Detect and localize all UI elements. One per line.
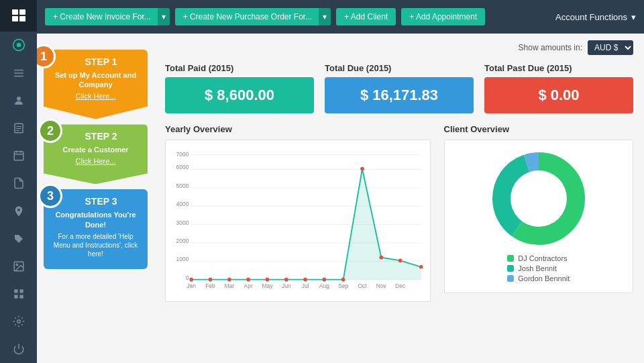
account-functions-menu[interactable]: Account Functions ▾	[555, 12, 636, 22]
step3-extra: For a more detailed 'Help Menu and Instr…	[50, 232, 141, 258]
invoice-dropdown-arrow[interactable]: ▾	[158, 8, 170, 25]
step2-link[interactable]: Click Here...	[50, 157, 141, 165]
steps-panel: 1 STEP 1 Set up My Account and Company C…	[37, 34, 154, 363]
add-appointment-button[interactable]: + Add Appointment	[401, 8, 485, 25]
show-amounts-label: Show amounts in:	[519, 43, 582, 52]
svg-text:Mar: Mar	[225, 282, 235, 289]
currency-select[interactable]: AUD $ USD $ EUR €	[588, 40, 633, 55]
svg-rect-6	[14, 69, 23, 70]
legend-dot-dj	[507, 255, 514, 262]
svg-point-47	[266, 278, 270, 282]
svg-text:3000: 3000	[176, 219, 189, 226]
svg-text:4000: 4000	[176, 201, 189, 207]
sidebar	[0, 0, 37, 363]
svg-point-51	[341, 278, 345, 282]
legend-label-dj: DJ Contractors	[518, 254, 567, 262]
step1-link[interactable]: Click Here...	[50, 92, 141, 100]
svg-text:Jun: Jun	[282, 282, 291, 289]
sidebar-item-orders[interactable]	[0, 114, 37, 142]
sidebar-item-list[interactable]	[0, 59, 37, 87]
add-client-button[interactable]: + Add Client	[336, 8, 396, 25]
svg-rect-11	[16, 126, 21, 127]
sidebar-item-location[interactable]	[0, 197, 37, 225]
stat-card-paid: Total Paid (2015) $ 8,600.00	[165, 63, 314, 113]
yearly-chart-svg: 0 1000 2000 3000 4000 5000 6000 7000	[171, 146, 425, 293]
step3-desc: Congratulations You're Done!	[50, 210, 141, 229]
show-amounts-bar: Show amounts in: AUD $ USD $ EUR €	[165, 40, 633, 55]
svg-point-5	[16, 43, 21, 48]
svg-rect-21	[19, 289, 23, 293]
step2-title: STEP 2	[61, 131, 141, 142]
svg-rect-20	[14, 289, 17, 293]
svg-point-43	[189, 278, 193, 282]
client-chart-title: Client Overview	[444, 124, 634, 134]
svg-text:Aug: Aug	[319, 282, 329, 289]
svg-text:Jan: Jan	[186, 282, 196, 289]
sidebar-item-settings[interactable]	[0, 308, 37, 335]
sidebar-item-clients[interactable]	[0, 87, 37, 114]
svg-point-46	[246, 278, 250, 282]
legend-label-gordon: Gordon Bennnit	[518, 274, 570, 282]
charts-row: Yearly Overview 0 1000 2000 3000 4000 50…	[165, 124, 633, 302]
svg-point-49	[303, 278, 307, 282]
svg-text:0: 0	[186, 274, 189, 281]
svg-rect-23	[19, 295, 23, 299]
svg-point-44	[209, 278, 213, 282]
legend-dot-gordon	[507, 275, 514, 282]
legend-dot-josh	[507, 265, 514, 272]
svg-rect-3	[19, 16, 25, 21]
create-po-button[interactable]: + Create New Purchase Order For... ▾	[175, 8, 331, 25]
account-functions-label: Account Functions	[555, 12, 627, 22]
topbar: + Create New Invoice For... ▾ + Create N…	[37, 0, 644, 34]
svg-point-52	[360, 167, 364, 171]
svg-text:Sep: Sep	[338, 282, 348, 289]
main-content: 1 STEP 1 Set up My Account and Company C…	[37, 34, 644, 363]
legend-label-josh: Josh Bennit	[518, 264, 556, 272]
content-area: Show amounts in: AUD $ USD $ EUR € Total…	[154, 34, 644, 363]
svg-text:Oct: Oct	[358, 282, 367, 289]
svg-rect-1	[19, 9, 25, 15]
step3-title: STEP 3	[61, 196, 141, 207]
svg-rect-8	[14, 75, 23, 76]
svg-point-54	[398, 259, 402, 263]
sidebar-item-grid[interactable]	[0, 280, 37, 307]
sidebar-item-dashboard[interactable]	[0, 32, 37, 59]
po-dropdown-arrow[interactable]: ▾	[319, 8, 331, 25]
svg-point-9	[17, 97, 21, 101]
svg-point-55	[419, 265, 423, 269]
sidebar-item-gallery[interactable]	[0, 252, 37, 280]
stat-cards: Total Paid (2015) $ 8,600.00 Total Due (…	[165, 63, 633, 113]
stat-card-pastdue: Total Past Due (2015) $ 0.00	[484, 63, 633, 113]
svg-point-71	[511, 170, 567, 227]
svg-rect-7	[14, 72, 23, 74]
step3-block: 3 STEP 3 Congratulations You're Done! Fo…	[37, 189, 154, 268]
legend-item-dj: DJ Contractors	[507, 254, 570, 262]
svg-point-48	[284, 278, 288, 282]
stat-due-value: $ 16,171.83	[325, 77, 474, 113]
legend-item-josh: Josh Bennit	[507, 264, 570, 272]
svg-text:7000: 7000	[176, 151, 189, 158]
svg-text:6000: 6000	[176, 164, 189, 170]
svg-rect-0	[12, 9, 18, 15]
svg-rect-12	[16, 128, 21, 129]
svg-rect-14	[14, 152, 23, 160]
client-donut-svg	[488, 148, 589, 249]
sidebar-item-calendar[interactable]	[0, 142, 37, 170]
svg-point-45	[227, 278, 231, 282]
client-chart: Client Overview	[444, 124, 634, 302]
stat-pastdue-label: Total Past Due (2015)	[484, 63, 633, 73]
step2-block: 2 STEP 2 Create a Customer Click Here...	[37, 124, 154, 184]
svg-rect-22	[14, 295, 17, 299]
stat-due-label: Total Due (2015)	[325, 63, 474, 73]
legend-item-gordon: Gordon Bennnit	[507, 274, 570, 282]
sidebar-item-docs[interactable]	[0, 170, 37, 197]
step1-desc: Set up My Account and Company	[50, 70, 141, 90]
svg-text:2000: 2000	[176, 238, 189, 244]
sidebar-item-tags[interactable]	[0, 225, 37, 252]
sidebar-item-power[interactable]	[0, 335, 37, 363]
step2-desc: Create a Customer	[50, 145, 141, 154]
step1-block: 1 STEP 1 Set up My Account and Company C…	[37, 50, 154, 119]
svg-text:Dec: Dec	[395, 282, 406, 289]
sidebar-logo	[0, 0, 37, 32]
create-invoice-button[interactable]: + Create New Invoice For... ▾	[45, 8, 170, 25]
